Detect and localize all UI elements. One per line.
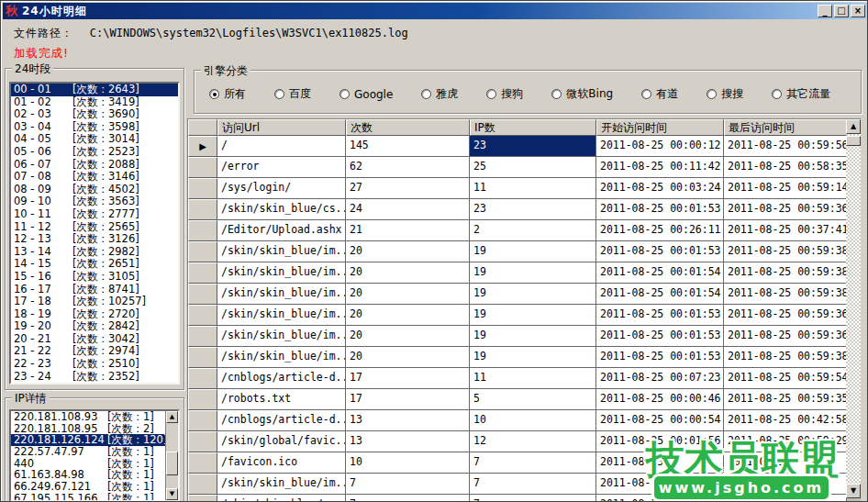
scroll-down-icon[interactable]: ▼	[166, 488, 178, 500]
radio-icon[interactable]	[421, 89, 431, 99]
grid-cell-start[interactable]: 2011-08-25 00:01:53	[596, 326, 724, 347]
grid-cell-url[interactable]: /skin/skin_blue/im...	[217, 474, 346, 495]
time-slot-item[interactable]: 10 - 11[次数：2777]	[11, 208, 178, 221]
time-slot-item[interactable]: 08 - 09[次数：4502]	[11, 184, 178, 196]
grid-cell-hits[interactable]: 20	[346, 262, 470, 284]
grid-cell-end[interactable]: 2011-08-25 00:59:29	[724, 431, 847, 452]
grid-cell-url[interactable]: /skin/skin_blue/cs...	[217, 199, 346, 220]
grid-cell-start[interactable]: 2011-08-25 00:01:56	[596, 431, 724, 452]
row-selector-cell[interactable]	[188, 431, 217, 452]
radio-icon[interactable]	[274, 89, 284, 99]
grid-cell-url[interactable]: /skin/skin_blue/im...	[217, 326, 346, 347]
time-slot-item[interactable]: 07 - 08[次数：3146]	[11, 171, 178, 184]
grid-cell-hits[interactable]: 20	[346, 305, 470, 326]
engine-radio-有道[interactable]: 有道	[641, 86, 678, 102]
grid-cell-end[interactable]: 2011-08-25 00:42:58	[724, 410, 847, 431]
grid-cell-hits[interactable]: 24	[346, 199, 470, 220]
table-row[interactable]: /skin/skin_blue/cs...24232011-08-25 00:0…	[188, 199, 861, 220]
grid-cell-ips[interactable]: 10	[470, 410, 596, 431]
grid-cell-ips[interactable]: 19	[470, 241, 596, 262]
grid-cell-end[interactable]: 2011-08-25	[724, 495, 847, 502]
row-selector-cell[interactable]	[188, 284, 217, 305]
grid-cell-hits[interactable]: 7	[346, 495, 470, 502]
grid-cell-url[interactable]: /sys/login/	[217, 178, 346, 199]
time-slot-item[interactable]: 05 - 06[次数：2523]	[11, 146, 178, 159]
grid-cell-hits[interactable]: 17	[346, 368, 470, 389]
time-slot-item[interactable]: 20 - 21[次数：3042]	[11, 333, 178, 346]
row-selector-cell[interactable]	[188, 495, 217, 502]
grid-cell-start[interactable]: 2011-08-25	[596, 474, 724, 495]
radio-icon[interactable]	[486, 89, 496, 99]
grid-cell-hits[interactable]: 145	[346, 136, 470, 157]
table-row[interactable]: /cnblogs/article-d...17112011-08-25 00:0…	[188, 368, 861, 389]
table-row[interactable]: /Editor/Upload.ashx2122011-08-25 00:26:1…	[188, 220, 861, 241]
grid-cell-ips[interactable]: 19	[470, 347, 596, 368]
scroll-up-icon[interactable]: ▲	[846, 119, 861, 134]
grid-cell-url[interactable]: /favicon.ico	[217, 452, 346, 474]
time-slot-item[interactable]: 12 - 13[次数：3126]	[11, 233, 178, 246]
grid-cell-hits[interactable]: 13	[346, 431, 470, 452]
ip-list-item[interactable]: 67.195.115.166[次数：1]	[11, 493, 178, 502]
row-selector-cell[interactable]	[188, 157, 217, 178]
grid-cell-end[interactable]: 2011-08-25 00:58:35	[724, 157, 847, 178]
grid-cell-ips[interactable]: 23	[470, 199, 596, 220]
grid-cell-url[interactable]: /cnblogs/article-d...	[217, 410, 346, 431]
grid-cell-end[interactable]: 2011-08-25 00:59:36	[724, 326, 847, 347]
grid-cell-url[interactable]: /skin/skin_blue/im...	[217, 305, 346, 326]
time-slot-listbox[interactable]: 00 - 01[次数：2643]01 - 02[次数：3419]02 - 03[…	[9, 82, 180, 385]
grid-cell-url[interactable]: /skin/global/favic...	[217, 431, 346, 452]
grid-cell-start[interactable]: 2011-08-25 00:11:42	[596, 157, 724, 178]
engine-radio-所有[interactable]: 所有	[209, 86, 246, 102]
grid-cell-ips[interactable]: 7	[470, 474, 596, 495]
row-selector-cell[interactable]	[188, 410, 217, 431]
row-selector-cell[interactable]	[188, 347, 217, 368]
grid-cell-end[interactable]: 2011-08-25 00:59:38	[724, 262, 847, 284]
grid-cell-url[interactable]: /skin/skin_blue/...	[217, 495, 346, 502]
grid-cell-ips[interactable]: 5	[470, 389, 596, 410]
time-slot-item[interactable]: 00 - 01[次数：2643]	[11, 84, 178, 96]
grid-cell-url[interactable]: /robots.txt	[217, 389, 346, 410]
time-slot-item[interactable]: 03 - 04[次数：3598]	[11, 121, 178, 134]
time-slot-item[interactable]: 14 - 15[次数：2651]	[11, 258, 178, 271]
url-data-grid[interactable]: 访问Url次数IP数开始访问时间最后访问时间 ▶/145232011-08-25…	[187, 118, 861, 502]
grid-cell-ips[interactable]: 25	[470, 157, 596, 178]
row-selector-cell[interactable]	[188, 326, 217, 347]
grid-cell-start[interactable]: 2011-08-25 00:01:53	[596, 241, 724, 262]
grid-vertical-scrollbar[interactable]: ▲ ▼	[846, 119, 861, 498]
grid-cell-url[interactable]: /skin/skin_blue/im...	[217, 241, 346, 262]
grid-cell-hits[interactable]: 20	[346, 241, 470, 262]
row-selector-cell[interactable]	[188, 452, 217, 474]
engine-radio-雅虎[interactable]: 雅虎	[421, 86, 458, 102]
grid-cell-hits[interactable]: 62	[346, 157, 470, 178]
radio-icon[interactable]	[339, 89, 350, 99]
time-slot-item[interactable]: 22 - 23[次数：2510]	[11, 358, 178, 371]
table-row[interactable]: /skin/skin_blue/im...20192011-08-25 00:0…	[188, 347, 861, 368]
time-slot-item[interactable]: 18 - 19[次数：2720]	[11, 308, 178, 321]
grid-cell-start[interactable]: 2011-08-25 00:07:23	[596, 368, 724, 389]
time-slot-item[interactable]: 01 - 02[次数：3419]	[11, 96, 178, 109]
time-slot-item[interactable]: 17 - 18[次数：10257]	[11, 296, 178, 308]
grid-cell-end[interactable]: 2011-08-25 00:59:54	[724, 368, 847, 389]
grid-cell-hits[interactable]: 20	[346, 284, 470, 305]
grid-cell-ips[interactable]: 19	[470, 262, 596, 284]
table-row[interactable]: /skin/skin_blue/im...20192011-08-25 00:0…	[188, 262, 861, 284]
scrollbar-thumb[interactable]	[846, 136, 861, 146]
row-selector-cell[interactable]	[188, 178, 217, 199]
row-selector-cell[interactable]	[188, 220, 217, 241]
grid-cell-start[interactable]: 2011-08-25 00:01:53	[596, 347, 724, 368]
grid-column-header[interactable]: 最后访问时间	[724, 119, 847, 136]
row-selector-cell[interactable]	[188, 305, 217, 326]
row-selector-cell[interactable]	[188, 389, 217, 410]
grid-cell-ips[interactable]: 19	[470, 326, 596, 347]
time-slot-item[interactable]: 06 - 07[次数：2088]	[11, 159, 178, 172]
time-slot-item[interactable]: 02 - 03[次数：3690]	[11, 108, 178, 121]
row-selector-cell[interactable]	[188, 241, 217, 262]
grid-cell-start[interactable]: 2011-08-25 00:00:46	[596, 389, 724, 410]
row-selector-cell[interactable]	[188, 368, 217, 389]
grid-cell-end[interactable]: 2011-08-25 00:59:38	[724, 347, 847, 368]
grid-cell-start[interactable]: 2011-08-25	[596, 452, 724, 474]
ip-list-scrollbar[interactable]: ▲ ▼	[165, 411, 178, 500]
table-row[interactable]: /robots.txt1752011-08-25 00:00:462011-08…	[188, 389, 861, 410]
grid-cell-end[interactable]: 2011-08-25	[724, 474, 847, 495]
close-button[interactable]: ×	[851, 5, 865, 17]
